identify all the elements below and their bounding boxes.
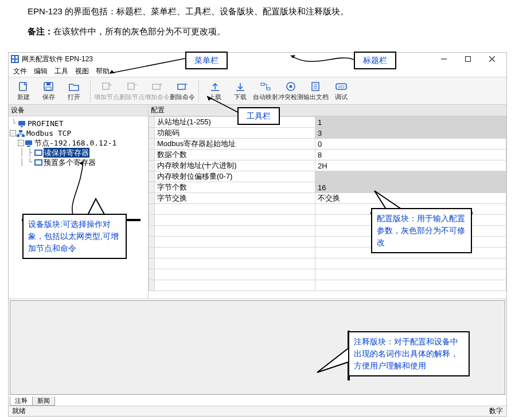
add-cmd-icon (150, 80, 164, 93)
toolbar-label: 删除节点 (119, 93, 145, 101)
svg-text:I/O: I/O (338, 84, 345, 89)
config-value[interactable]: 不交换 (315, 193, 506, 204)
expander-icon[interactable]: - (10, 130, 16, 136)
doc-intro: EPN-123 的界面包括：标题栏、菜单栏、工具栏、设备版块、配置版块和注释版块… (0, 0, 515, 50)
config-key: 内存映射位偏移量(0-7) (155, 171, 315, 182)
tree-row[interactable]: - Modbus TCP (10, 128, 147, 138)
config-value[interactable]: 8 (315, 150, 506, 160)
svg-rect-39 (22, 135, 25, 137)
config-value[interactable]: 2H (315, 160, 506, 171)
tab-news[interactable]: 新闻 (32, 397, 55, 406)
svg-rect-21 (178, 84, 185, 89)
menu-help[interactable]: 帮助 (92, 66, 113, 76)
config-row (149, 269, 506, 280)
svg-rect-11 (46, 83, 50, 85)
expander-icon[interactable]: - (18, 140, 24, 146)
toolbar-label: 自动映射 (253, 93, 278, 101)
svg-rect-37 (19, 130, 22, 132)
menu-tools[interactable]: 工具 (51, 66, 72, 76)
toolbar-new-doc[interactable]: 新建 (11, 80, 36, 101)
menu-file[interactable]: 文件 (10, 66, 30, 76)
config-key: 字节交换 (155, 193, 315, 204)
callout-toolbar: 工具栏 (237, 107, 280, 125)
row-gutter (149, 128, 155, 139)
toolbar-download[interactable]: 下载 (228, 80, 253, 101)
svg-rect-1 (12, 56, 14, 58)
config-row[interactable]: Modbus寄存器起始地址0 (149, 139, 506, 150)
config-key: 内存映射地址(十六进制) (155, 160, 315, 171)
row-gutter (149, 258, 155, 269)
network-icon (17, 129, 25, 137)
tree-row[interactable]: - 节点-192.168.0.12-1 (10, 138, 147, 148)
toolbar-export[interactable]: 输出文档 (303, 80, 329, 101)
row-gutter (149, 160, 155, 171)
add-node-icon (100, 80, 114, 93)
row-gutter (149, 204, 155, 215)
toolbar-upload[interactable]: 上载 (202, 80, 228, 101)
toolbar-separator (198, 80, 199, 102)
column-splitter[interactable] (314, 116, 316, 299)
toolbar-del-cmd[interactable]: 删除命令 (170, 80, 195, 101)
node-icon (25, 139, 33, 147)
tree-row[interactable]: └ PROFINET (10, 119, 147, 128)
tab-comment[interactable]: 注释 (10, 397, 33, 406)
status-right: 数字 (489, 406, 503, 416)
callout-config: 配置版块：用于输入配置参数，灰色部分为不可修改 (371, 208, 472, 253)
svg-rect-4 (15, 60, 18, 62)
menu-view[interactable]: 视图 (72, 66, 92, 76)
tree-row[interactable]: │├ 读保持寄存器 (10, 148, 147, 158)
app-window: 标题栏 网关配置软件 EPN-123 文件 编辑 工具 视图 帮助 菜单栏 新建… (8, 52, 507, 417)
config-key (155, 280, 315, 291)
row-gutter (149, 215, 155, 226)
config-value (315, 258, 506, 269)
config-row[interactable]: 字节交换不交换 (149, 193, 506, 204)
toolbar-label: 增加命令 (145, 93, 170, 101)
device-tree[interactable]: └ PROFINET - Modbus TCP - 节点-192.168.0.1… (9, 116, 148, 170)
menu-bar: 文件 编辑 工具 视图 帮助 (9, 65, 506, 77)
close-button[interactable] (480, 53, 504, 65)
row-gutter (149, 226, 155, 237)
window-title: 网关配置软件 EPN-123 (22, 54, 93, 64)
menu-edit[interactable]: 编辑 (30, 66, 51, 76)
tree-label: Modbus TCP (26, 128, 71, 138)
row-gutter (149, 237, 155, 248)
svg-rect-12 (46, 87, 51, 90)
toolbar-conflict[interactable]: 冲突检测 (278, 80, 303, 101)
maximize-button[interactable] (456, 53, 480, 65)
row-gutter (149, 171, 155, 182)
note-text: 在该软件中，所有的灰色部分为不可更改项。 (53, 26, 225, 36)
svg-rect-38 (17, 135, 19, 137)
save-icon (42, 80, 56, 93)
device-panel-header: 设备 (9, 105, 148, 116)
config-key (155, 215, 315, 226)
config-row: 功能码3 (149, 128, 506, 139)
toolbar: 新建保存打开增加节点删除节点增加命令删除命令上载下载自动映射冲突检测输出文档I/… (9, 77, 506, 105)
config-row[interactable]: 数据个数8 (149, 150, 506, 160)
config-panel-header: 配置 (149, 105, 506, 116)
tree-row[interactable]: │└ 预置多个寄存器 (10, 158, 147, 167)
callout-comment: 注释版块：对于配置和设备中出现的名词作出具体的解释，方便用户理解和使用 (348, 331, 470, 376)
callout-menubar: 菜单栏 (185, 52, 228, 69)
row-gutter (149, 193, 155, 204)
minimize-button[interactable] (432, 53, 456, 65)
toolbar-label: 打开 (68, 93, 80, 101)
config-value[interactable]: 0 (315, 139, 506, 150)
svg-rect-36 (21, 126, 23, 127)
config-row[interactable]: 内存映射地址(十六进制)2H (149, 160, 506, 171)
new-doc-icon (17, 80, 30, 93)
cmd-icon (34, 149, 42, 156)
toolbar-label: 上载 (209, 93, 221, 101)
toolbar-label: 冲突检测 (278, 93, 303, 101)
svg-rect-13 (103, 83, 109, 89)
debug-icon: I/O (334, 80, 348, 93)
toolbar-add-cmd: 增加命令 (145, 80, 170, 101)
status-left: 就绪 (12, 406, 26, 416)
row-gutter (149, 248, 155, 258)
toolbar-save[interactable]: 保存 (36, 80, 61, 101)
config-value: 16 (315, 182, 506, 193)
svg-rect-41 (27, 146, 30, 147)
toolbar-debug[interactable]: I/O调试 (329, 80, 354, 101)
toolbar-open[interactable]: 打开 (61, 80, 87, 101)
toolbar-auto-map[interactable]: 自动映射 (253, 80, 278, 101)
config-value: 1 (315, 117, 506, 128)
